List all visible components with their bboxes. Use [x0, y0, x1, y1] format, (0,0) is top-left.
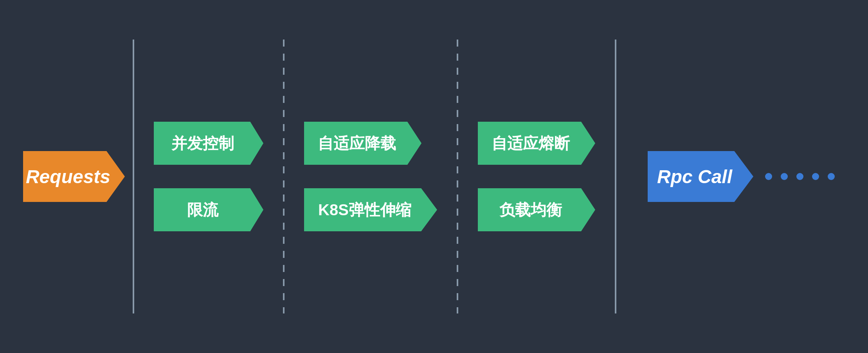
- dot-4: [812, 173, 819, 180]
- dot-1: [765, 173, 772, 180]
- adaptive-circuit-breaker-label: 自适应熔断: [492, 133, 582, 154]
- dot-2: [781, 173, 788, 180]
- requests-arrow-shape: Requests: [23, 151, 125, 202]
- separator-line-1: [133, 40, 134, 313]
- rate-limit-label: 限流: [187, 199, 230, 221]
- requests-label: Requests: [26, 166, 110, 187]
- rpc-call-arrow: Rpc Call: [648, 151, 753, 202]
- separator-line-2: [615, 40, 616, 313]
- load-balance-label: 负载均衡: [499, 199, 574, 221]
- section-1: 并发控制 限流: [142, 122, 275, 231]
- ellipsis-dots: [765, 173, 835, 180]
- concurrent-control-arrow: 并发控制: [154, 122, 263, 165]
- concurrent-control-label: 并发控制: [171, 133, 246, 154]
- dot-3: [796, 173, 803, 180]
- adaptive-load-shedding-arrow: 自适应降载: [304, 122, 421, 165]
- dot-5: [828, 173, 835, 180]
- rpc-call-section: Rpc Call: [648, 151, 835, 202]
- separator-dashed-1: [283, 40, 285, 313]
- k8s-elastic-label: K8S弹性伸缩: [318, 199, 423, 221]
- adaptive-load-shedding-label: 自适应降载: [318, 133, 408, 154]
- architecture-diagram: Requests 并发控制 限流 自适应降载 K8S弹性伸缩 自适应熔断 负载均…: [23, 30, 845, 323]
- rate-limit-arrow: 限流: [154, 188, 263, 231]
- section-3: 自适应熔断 负载均衡: [466, 122, 607, 231]
- adaptive-circuit-breaker-arrow: 自适应熔断: [478, 122, 595, 165]
- load-balance-arrow: 负载均衡: [478, 188, 595, 231]
- rpc-call-label: Rpc Call: [657, 166, 732, 187]
- requests-arrow: Requests: [23, 151, 125, 202]
- separator-dashed-2: [457, 40, 458, 313]
- section-2: 自适应降载 K8S弹性伸缩: [292, 122, 449, 231]
- k8s-elastic-arrow: K8S弹性伸缩: [304, 188, 437, 231]
